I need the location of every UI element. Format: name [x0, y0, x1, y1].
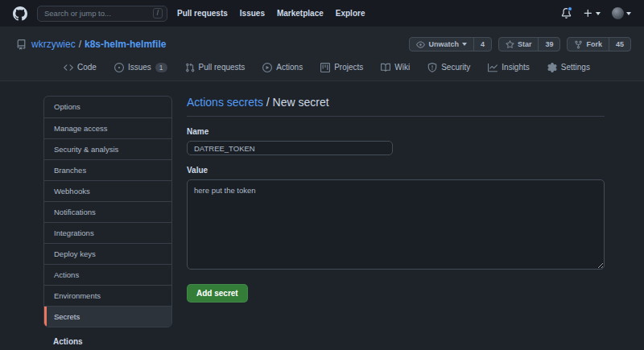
fork-button-label-wrap: Fork: [568, 38, 609, 51]
graph-icon: [488, 63, 497, 72]
sidebar-item-notifications[interactable]: Notifications: [44, 201, 171, 222]
sidebar-item-security-analysis[interactable]: Security & analysis: [44, 138, 171, 159]
star-label: Star: [518, 40, 532, 48]
sidebar-section-header-actions: Actions: [53, 337, 172, 346]
tab-settings[interactable]: Settings: [540, 54, 597, 80]
slash-shortcut-key: /: [153, 8, 163, 19]
fork-count[interactable]: 45: [609, 38, 630, 51]
repo-icon: [16, 39, 27, 50]
sidebar-item-environments[interactable]: Environments: [44, 285, 171, 306]
add-secret-button[interactable]: Add secret: [187, 284, 248, 303]
name-label: Name: [187, 127, 605, 136]
sidebar-item-manage-access[interactable]: Manage access: [44, 117, 171, 138]
caret-down-icon: [462, 43, 467, 46]
fork-icon: [574, 40, 583, 49]
unread-notification-dot: [568, 6, 572, 11]
play-circle-icon: [262, 63, 272, 72]
tab-issues-label: Issues: [128, 63, 151, 72]
repo-owner-link[interactable]: wkrzywiec: [31, 39, 76, 50]
repo-pagehead: wkrzywiec / k8s-helm-helmfile Unwatch 4 …: [0, 27, 644, 81]
tab-pull-requests[interactable]: Pull requests: [178, 54, 253, 80]
issues-count-badge: 1: [155, 63, 167, 72]
tab-actions[interactable]: Actions: [255, 54, 310, 80]
tab-actions-label: Actions: [276, 63, 303, 72]
nav-pull-requests[interactable]: Pull requests: [177, 9, 228, 18]
breadcrumb-actions-secrets-link[interactable]: Actions secrets: [187, 96, 263, 109]
star-button[interactable]: Star 39: [498, 37, 561, 51]
star-icon: [506, 40, 514, 49]
watch-count[interactable]: 4: [473, 38, 491, 51]
caret-down-icon: [626, 12, 631, 15]
notifications-button[interactable]: [561, 8, 572, 19]
tab-projects-label: Projects: [334, 63, 363, 72]
sidebar-item-integrations[interactable]: Integrations: [44, 222, 171, 243]
sidebar-item-actions[interactable]: Actions: [44, 264, 171, 285]
project-icon: [320, 63, 330, 72]
issue-opened-icon: [114, 63, 124, 72]
unwatch-button[interactable]: Unwatch 4: [409, 37, 492, 51]
book-icon: [381, 63, 390, 72]
sidebar-item-webhooks[interactable]: Webhooks: [44, 180, 171, 201]
fork-button[interactable]: Fork 45: [567, 37, 631, 51]
unwatch-button-label-wrap: Unwatch: [410, 38, 473, 51]
tab-insights-label: Insights: [502, 63, 529, 72]
unwatch-label: Unwatch: [428, 40, 459, 48]
star-count[interactable]: 39: [538, 38, 559, 51]
repo-tabs: Code Issues 1 Pull requests Actions Proj…: [0, 54, 644, 80]
user-menu-button[interactable]: [612, 7, 631, 19]
settings-nav-list: Options Manage access Security & analysi…: [43, 96, 172, 327]
tab-issues[interactable]: Issues 1: [107, 54, 175, 80]
tab-code[interactable]: Code: [56, 54, 104, 80]
github-logo-icon[interactable]: [13, 6, 27, 21]
fork-label: Fork: [586, 40, 602, 48]
tab-security-label: Security: [441, 63, 470, 72]
repo-social-buttons: Unwatch 4 Star 39 Fork 45: [409, 37, 631, 51]
tab-wiki-label: Wiki: [394, 63, 410, 72]
nav-explore[interactable]: Explore: [336, 9, 365, 18]
settings-body: Options Manage access Security & analysi…: [0, 81, 644, 346]
sidebar-item-deploy-keys[interactable]: Deploy keys: [44, 243, 171, 264]
header-nav: Pull requests Issues Marketplace Explore: [177, 9, 365, 18]
create-new-button[interactable]: [583, 8, 601, 19]
tab-code-label: Code: [77, 63, 97, 72]
repo-separator: /: [79, 39, 81, 50]
breadcrumb-current: New secret: [273, 96, 329, 109]
tab-wiki[interactable]: Wiki: [374, 54, 417, 80]
page-title: Actions secrets / New secret: [187, 96, 605, 117]
tab-pull-requests-label: Pull requests: [199, 63, 246, 72]
code-icon: [64, 63, 73, 72]
global-search[interactable]: /: [37, 6, 167, 22]
sidebar-item-options[interactable]: Options: [44, 97, 171, 117]
value-label: Value: [187, 166, 605, 175]
star-button-label-wrap: Star: [499, 38, 539, 51]
secret-value-textarea[interactable]: here put the token: [187, 179, 605, 270]
repo-title-row: wkrzywiec / k8s-helm-helmfile Unwatch 4 …: [0, 35, 644, 54]
nav-issues[interactable]: Issues: [240, 9, 265, 18]
tab-security[interactable]: Security: [420, 54, 477, 80]
breadcrumb-separator: /: [266, 96, 270, 109]
tab-settings-label: Settings: [561, 63, 590, 72]
header-right-controls: [561, 7, 631, 19]
tab-insights[interactable]: Insights: [481, 54, 536, 80]
caret-down-icon: [596, 12, 601, 15]
sidebar-item-branches[interactable]: Branches: [44, 159, 171, 180]
repo-name-link[interactable]: k8s-helm-helmfile: [85, 39, 166, 50]
eye-icon: [416, 40, 425, 49]
new-secret-panel: Actions secrets / New secret Name Value …: [187, 96, 605, 346]
secret-name-input[interactable]: [187, 141, 393, 155]
shield-icon: [427, 63, 437, 72]
nav-marketplace[interactable]: Marketplace: [277, 9, 324, 18]
top-header: / Pull requests Issues Marketplace Explo…: [0, 0, 644, 27]
tab-projects[interactable]: Projects: [313, 54, 370, 80]
avatar: [612, 7, 624, 19]
sidebar-item-secrets[interactable]: Secrets: [44, 306, 171, 327]
plus-icon: [583, 8, 593, 19]
pull-request-icon: [185, 63, 195, 72]
gear-icon: [547, 63, 557, 72]
settings-sidebar: Options Manage access Security & analysi…: [43, 96, 172, 346]
search-input[interactable]: [44, 9, 148, 18]
